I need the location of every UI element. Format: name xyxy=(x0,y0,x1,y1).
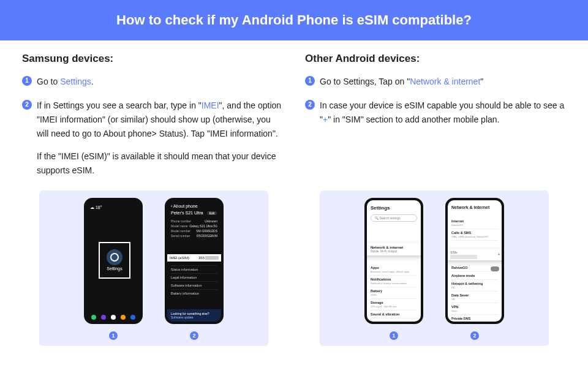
settings-label: Settings xyxy=(107,266,122,271)
other-shot-1: Settings 🔍 Search settings ᯤ Network & i… xyxy=(364,198,423,340)
network-internet-callout: ᯤ Network & internet Mobile, Wi-Fi, hots… xyxy=(364,243,423,255)
about-phone-header: ‹ About phone xyxy=(167,200,221,209)
callout-subtitle: Mobile, Wi-Fi, hotspot xyxy=(371,250,398,253)
text: Go to Settings, Tap on " xyxy=(320,77,410,86)
phone-mock: ☁ 18° Settings xyxy=(84,198,143,324)
sims-callout: ▢ SIMs + xyxy=(445,249,504,260)
settings-header: Settings xyxy=(367,200,421,213)
imei-value: 355 xyxy=(198,256,205,260)
weather-widget: ☁ 18° xyxy=(90,205,102,210)
text: " xyxy=(480,77,483,86)
phone-mock: Settings 🔍 Search settings ᯤ Network & i… xyxy=(364,198,423,324)
network-internet-link[interactable]: Network & internet xyxy=(410,77,480,86)
samsung-step-1: 1 Go to Settings. xyxy=(22,75,283,89)
step-number: 2 xyxy=(305,100,315,110)
step-number: 2 xyxy=(22,100,32,110)
footer-card: Looking for something else? Software upd… xyxy=(167,309,221,322)
text: . xyxy=(91,77,94,86)
settings-rows: AppsAssistant, recent apps, default apps… xyxy=(371,264,417,318)
text: If in Settings you see a search bar, typ… xyxy=(37,100,202,110)
shot-number: 1 xyxy=(390,331,398,340)
net-rows-top: InternetRehiveGOCalls & SMSSIMs, eSIM do… xyxy=(451,217,498,241)
net-rows-bottom: RehiveGOAirplane modeHotspot & tethering… xyxy=(451,264,498,323)
phone-mock: ‹ About phone Peter's S21 Ultra Edit Pho… xyxy=(165,198,224,324)
step-number: 1 xyxy=(305,76,315,86)
samsung-steps: 1 Go to Settings. 2 If in Settings you s… xyxy=(22,75,283,178)
imei-label: IMEI (eSIM) xyxy=(170,256,189,260)
samsung-heading: Samsung devices: xyxy=(22,53,283,65)
phone-mock: Network & internet InternetRehiveGOCalls… xyxy=(445,198,504,324)
other-column: Other Android devices: 1 Go to Settings,… xyxy=(305,53,566,188)
plus-link[interactable]: + xyxy=(323,115,328,124)
blurred-value xyxy=(450,255,477,259)
callout-title: Network & internet xyxy=(371,246,403,249)
plus-icon: + xyxy=(497,252,500,257)
shot-number: 2 xyxy=(470,331,479,340)
other-step-1: 1 Go to Settings, Tap on "Network & inte… xyxy=(305,75,566,89)
shot-number: 2 xyxy=(190,331,198,340)
settings-link[interactable]: Settings xyxy=(60,77,91,86)
info-sections: Status informationLegal informationSoftw… xyxy=(171,265,217,297)
sims-label: SIMs xyxy=(450,251,477,255)
device-info-rows: Phone numberUnknownModel nameGalaxy S21 … xyxy=(167,219,221,238)
edit-button: Edit xyxy=(207,211,217,215)
samsung-shot-2: ‹ About phone Peter's S21 Ultra Edit Pho… xyxy=(165,198,224,340)
search-settings: 🔍 Search settings xyxy=(371,214,417,222)
wifi-icon: ᯤ xyxy=(364,246,366,250)
gear-icon xyxy=(107,249,123,265)
dock xyxy=(89,315,138,320)
other-steps: 1 Go to Settings, Tap on "Network & inte… xyxy=(305,75,566,127)
columns: Samsung devices: 1 Go to Settings. 2 If … xyxy=(0,40,588,188)
settings-tile: Settings xyxy=(99,242,130,279)
other-shot-2: Network & internet InternetRehiveGOCalls… xyxy=(445,198,504,340)
blurred-value xyxy=(205,256,219,260)
samsung-shot-1: ☁ 18° Settings 1 xyxy=(84,198,143,340)
other-heading: Other Android devices: xyxy=(305,53,566,65)
screenshots-row: ☁ 18° Settings 1 ‹ About phone Peter's S… xyxy=(0,188,588,346)
footer-link: Software update xyxy=(171,315,193,319)
imei-link[interactable]: IMEI xyxy=(202,100,219,110)
device-name: Peter's S21 Ultra Edit xyxy=(167,209,221,219)
samsung-column: Samsung devices: 1 Go to Settings. 2 If … xyxy=(22,53,283,188)
airplane-toggle xyxy=(491,266,499,271)
text: Go to xyxy=(37,77,60,86)
sim-icon: ▢ xyxy=(445,253,447,257)
page-title: How to check if my Android Phone is eSIM… xyxy=(0,0,588,40)
samsung-step-2: 2 If in Settings you see a search bar, t… xyxy=(22,99,283,178)
other-step-2: 2 In case your device is eSIM capable yo… xyxy=(305,99,566,127)
network-internet-header: Network & internet xyxy=(448,200,502,212)
text: " in "SIM" section to add another mobile… xyxy=(328,115,499,124)
other-screenshots: Settings 🔍 Search settings ᯤ Network & i… xyxy=(320,190,549,346)
imei-esim-callout: IMEI (eSIM) 355 xyxy=(165,254,224,262)
step-number: 1 xyxy=(22,76,32,86)
samsung-screenshots: ☁ 18° Settings 1 ‹ About phone Peter's S… xyxy=(39,190,268,346)
shot-number: 1 xyxy=(109,331,118,340)
text: If the "IMEI (eSIM)" is available it sho… xyxy=(37,149,283,178)
